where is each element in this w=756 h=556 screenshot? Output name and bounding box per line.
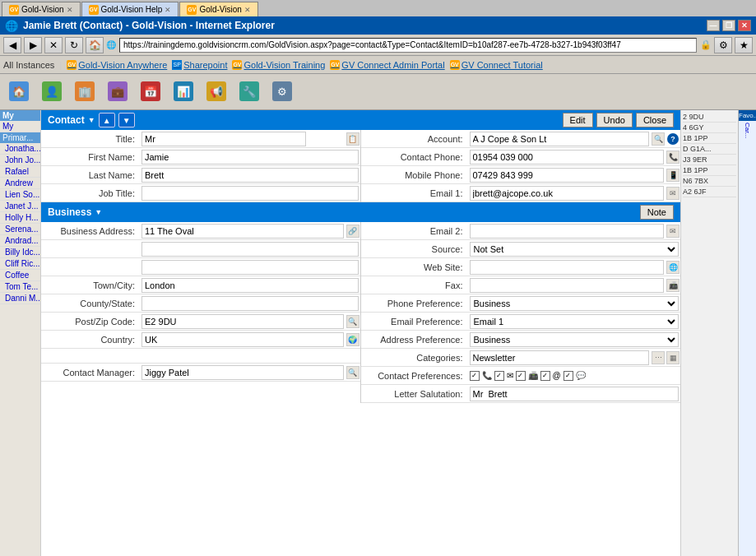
address-line2-input[interactable] [141, 242, 359, 257]
left-nav-johnjohn[interactable]: John Jo... [0, 155, 40, 166]
back-button[interactable]: ◀ [3, 37, 21, 53]
left-nav-rafael[interactable]: Rafael [0, 166, 40, 178]
website-open-icon[interactable]: 🌐 [666, 261, 679, 274]
account-help-icon[interactable]: ? [667, 133, 679, 145]
country-input[interactable] [141, 332, 344, 347]
address-line1-input[interactable] [141, 224, 344, 239]
pref-check-1[interactable]: ✓ [470, 371, 480, 381]
account-lookup-icon[interactable]: 🔍 [652, 132, 665, 146]
phone-dial-icon[interactable]: 📞 [666, 151, 679, 164]
email2-send-icon[interactable]: ✉ [666, 225, 679, 238]
town-input[interactable] [141, 278, 359, 293]
postcode-input[interactable] [141, 314, 344, 329]
phone-pref-select[interactable]: Business Mobile Home [470, 296, 679, 311]
pref-check-2[interactable]: ✓ [494, 371, 504, 381]
left-nav-lien[interactable]: Lien So... [0, 189, 40, 201]
link-gv-training[interactable]: GV Gold-Vision Training [232, 60, 325, 70]
note-button[interactable]: Note [640, 205, 674, 220]
title-icon-btn[interactable]: 📋 [346, 132, 359, 146]
title-input[interactable] [141, 132, 306, 146]
lastname-input[interactable] [141, 168, 359, 183]
home-button[interactable]: 🏠 [86, 37, 104, 53]
categories-input[interactable] [470, 350, 650, 365]
fax-icon[interactable]: 📠 [666, 279, 679, 292]
contact-nav-up[interactable]: ▲ [99, 113, 115, 127]
forward-button[interactable]: ▶ [24, 37, 42, 53]
pref-check-3[interactable]: ✓ [516, 371, 526, 381]
link-sharepoint[interactable]: SP Sharepoint [172, 60, 227, 70]
addr-entry-1[interactable]: 2 9DU [683, 112, 736, 123]
email1-send-icon[interactable]: ✉ [666, 187, 679, 200]
favorites-primary-item[interactable]: Car... [744, 121, 751, 140]
business-dropdown-arrow[interactable]: ▼ [95, 208, 102, 216]
address-line3-input[interactable] [141, 260, 359, 275]
tab-close-1[interactable]: ✕ [67, 6, 73, 14]
icon-support[interactable]: 🔧 [234, 76, 265, 108]
icon-activities[interactable]: 📅 [135, 76, 166, 108]
left-nav-janet[interactable]: Janet J... [0, 201, 40, 212]
left-nav-coffee[interactable]: Coffee [0, 270, 40, 281]
website-input[interactable] [470, 260, 665, 275]
icon-reports[interactable]: 📊 [168, 76, 199, 108]
postcode-lookup-icon[interactable]: 🔍 [346, 315, 359, 328]
left-nav-andrew[interactable]: Andrew [0, 178, 40, 189]
letter-sal-input[interactable] [470, 387, 679, 401]
left-nav-billy[interactable]: Billy Idc... [0, 247, 40, 258]
refresh-button[interactable]: ↻ [65, 37, 83, 53]
close-button-contact[interactable]: Close [636, 113, 674, 127]
contact-phone-input[interactable] [470, 150, 665, 164]
contact-dropdown-arrow[interactable]: ▼ [88, 116, 95, 124]
left-nav-holly[interactable]: Holly H... [0, 212, 40, 224]
left-nav-andrad[interactable]: Andrad... [0, 235, 40, 247]
tab-goldvision-active[interactable]: GV Gold-Vision ✕ [179, 2, 258, 16]
left-nav-my[interactable]: My [0, 121, 40, 132]
address-bar-input[interactable] [119, 38, 697, 53]
addr-entry-4[interactable]: D G1A... [683, 144, 736, 155]
left-nav-serena[interactable]: Serena... [0, 224, 40, 235]
county-input[interactable] [141, 296, 359, 311]
fax-input[interactable] [470, 278, 665, 293]
left-nav-jonathan[interactable]: Jonatha... [0, 143, 40, 155]
left-nav-danni[interactable]: Danni M... [0, 293, 40, 304]
source-select[interactable]: Not Set [470, 242, 679, 257]
addr-pref-select[interactable]: Business Home [470, 332, 679, 347]
favorites-button[interactable]: ★ [735, 37, 753, 53]
icon-marketing[interactable]: 📢 [201, 76, 232, 108]
link-gv-connect-admin[interactable]: GV GV Connect Admin Portal [330, 60, 444, 70]
left-nav-tom[interactable]: Tom Te... [0, 281, 40, 293]
close-button[interactable]: ✕ [738, 20, 751, 31]
restore-button[interactable]: ❐ [722, 20, 735, 31]
addr-entry-8[interactable]: A2 6JF [683, 187, 736, 197]
jobtitle-input[interactable] [141, 186, 359, 201]
icon-opps[interactable]: 💼 [102, 76, 133, 108]
addr-entry-5[interactable]: J3 9ER [683, 155, 736, 165]
minimize-button[interactable]: — [707, 20, 720, 31]
contact-manager-input[interactable] [141, 365, 344, 380]
addr-entry-7[interactable]: N6 7BX [683, 176, 736, 187]
undo-button[interactable]: Undo [596, 113, 633, 127]
link-goldvision-anywhere[interactable]: GV Gold-Vision Anywhere [67, 60, 167, 70]
email-pref-select[interactable]: Email 1 Email 2 [470, 314, 679, 329]
addr-entry-3[interactable]: 1B 1PP [683, 133, 736, 144]
address-lookup-icon[interactable]: 🔗 [346, 225, 359, 238]
icon-contacts[interactable]: 👤 [36, 76, 67, 108]
icon-settings[interactable]: ⚙ [267, 76, 298, 108]
email1-input[interactable] [470, 186, 665, 201]
account-input[interactable] [470, 132, 650, 146]
tab-goldvision-1[interactable]: GV Gold-Vision ✕ [2, 2, 81, 16]
country-flag-icon[interactable]: 🌍 [346, 333, 359, 346]
mobile-dial-icon[interactable]: 📱 [666, 169, 679, 182]
left-nav-cliff[interactable]: Cliff Ric... [0, 258, 40, 270]
icon-home[interactable]: 🏠 [3, 76, 35, 108]
pref-check-4[interactable]: ✓ [540, 371, 550, 381]
firstname-input[interactable] [141, 150, 359, 164]
email2-input[interactable] [470, 224, 665, 239]
link-gv-connect-tutorial[interactable]: GV GV Connect Tutorial [450, 60, 543, 70]
tools-button[interactable]: ⚙ [714, 37, 732, 53]
mobile-phone-input[interactable] [470, 168, 665, 183]
categories-extra-icon[interactable]: ▦ [666, 351, 679, 364]
icon-accounts[interactable]: 🏢 [69, 76, 100, 108]
contact-manager-lookup-icon[interactable]: 🔍 [346, 366, 359, 379]
edit-button[interactable]: Edit [563, 113, 593, 127]
tab-help[interactable]: GV Gold-Vision Help ✕ [81, 2, 179, 16]
